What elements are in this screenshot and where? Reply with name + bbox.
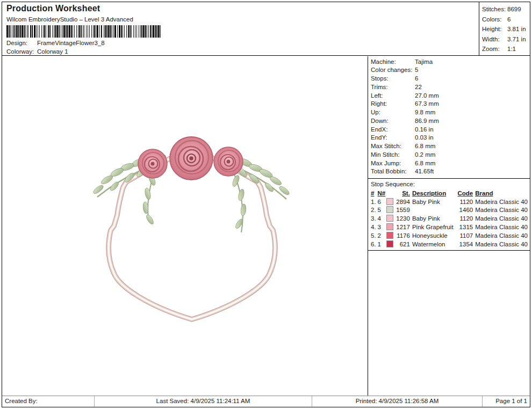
machine-parameter-row: Total Bobbin:41.65ft bbox=[371, 167, 527, 176]
machine-parameter-row: Min Stitch:0.2 mm bbox=[371, 151, 527, 159]
seq-stitches: 1217 bbox=[394, 223, 412, 231]
seq-stitches: 1559 bbox=[394, 206, 412, 215]
machine-parameter-row-label: Up: bbox=[371, 108, 415, 117]
seq-code: 1315 bbox=[457, 223, 475, 231]
stop-sequence-section: Stop Sequence: # N# St. Description Code… bbox=[368, 178, 530, 251]
col-header-num: # bbox=[371, 189, 378, 198]
seq-num: 2. bbox=[371, 206, 378, 215]
summary-stat-row-value: 1:1 bbox=[507, 44, 516, 54]
rose-left bbox=[138, 149, 167, 178]
machine-parameter-row-label: Machine: bbox=[371, 58, 415, 67]
seq-code: 1120 bbox=[457, 198, 475, 206]
seq-description: Watermelon bbox=[412, 240, 457, 249]
col-header-n: N# bbox=[378, 189, 386, 198]
production-worksheet-window: Production Worksheet Wilcom EmbroiderySt… bbox=[0, 0, 532, 409]
colorway-row: Colorway: Colorway 1 bbox=[6, 48, 475, 55]
seq-swatch-cell bbox=[386, 214, 394, 223]
col-header-swatch bbox=[386, 189, 394, 198]
machine-parameter-row-value: 0.03 in bbox=[415, 134, 434, 142]
stop-sequence-title: Stop Sequence: bbox=[371, 180, 528, 188]
seq-swatch-cell bbox=[386, 231, 394, 240]
machine-parameter-row-value: 67.3 mm bbox=[415, 100, 439, 108]
seq-code: 1107 bbox=[457, 231, 475, 240]
rose-right bbox=[214, 147, 243, 176]
machine-parameter-row-value: 6 bbox=[415, 75, 418, 83]
machine-parameter-row-value: 22 bbox=[415, 83, 422, 92]
machine-parameter-row-value: 27.0 mm bbox=[415, 92, 439, 100]
colorway-label: Colorway: bbox=[6, 48, 37, 55]
design-preview bbox=[2, 56, 368, 396]
machine-parameter-row-label: Right: bbox=[371, 100, 415, 108]
seq-needle: 4 bbox=[378, 214, 386, 223]
seq-swatch-cell bbox=[386, 198, 394, 206]
worksheet-page: Production Worksheet Wilcom EmbroiderySt… bbox=[2, 2, 530, 407]
stop-sequence-header-row: # N# St. Description Code Brand bbox=[371, 189, 528, 198]
thread-color-swatch bbox=[386, 215, 393, 222]
printed-text: Printed: 4/9/2025 11:26:58 AM bbox=[312, 396, 483, 407]
stop-sequence-table: # N# St. Description Code Brand 1.62894B… bbox=[371, 189, 528, 249]
machine-parameter-row: Max Jump:6.8 mm bbox=[371, 159, 527, 168]
seq-description: Pink Grapefruit bbox=[412, 223, 457, 231]
seq-brand: Madeira Classic 40 bbox=[475, 214, 528, 223]
stop-sequence-row: 6.1621Watermelon1354Madeira Classic 40 bbox=[371, 240, 528, 249]
machine-parameter-row: Max Stitch:6.8 mm bbox=[371, 142, 527, 151]
seq-description: Honeysuckle bbox=[412, 231, 457, 240]
machine-parameter-row: Left:27.0 mm bbox=[371, 92, 527, 100]
seq-stitches: 621 bbox=[394, 240, 412, 249]
summary-stat-row-label: Stitches: bbox=[482, 4, 507, 14]
seq-swatch-cell bbox=[386, 240, 394, 249]
col-header-brand: Brand bbox=[475, 189, 528, 198]
summary-stat-row-value: 8699 bbox=[507, 4, 521, 14]
machine-parameter-row-label: Down: bbox=[371, 117, 415, 126]
seq-num: 4. bbox=[371, 223, 378, 231]
machine-parameter-row-value: 5 bbox=[415, 66, 418, 75]
seq-needle: 3 bbox=[378, 223, 386, 231]
machine-parameter-row: Down:86.9 mm bbox=[371, 117, 527, 126]
machine-parameter-row-value: 0.2 mm bbox=[415, 151, 435, 159]
seq-swatch-cell bbox=[386, 206, 394, 215]
machine-parameter-row-label: Left: bbox=[371, 92, 415, 100]
thread-color-swatch bbox=[386, 198, 393, 205]
machine-parameter-row-label: Color changes: bbox=[371, 66, 415, 75]
machine-parameter-row-label: Trims: bbox=[371, 83, 415, 92]
machine-parameter-row-label: EndY: bbox=[371, 134, 415, 142]
machine-parameter-list: Machine:TajimaColor changes:5Stops:6Trim… bbox=[368, 56, 530, 179]
seq-code: 1460 bbox=[457, 206, 475, 215]
stop-sequence-row: 2.515591460Madeira Classic 40 bbox=[371, 206, 528, 215]
machine-parameter-row-value: 41.65ft bbox=[415, 167, 434, 176]
machine-parameter-row-value: 6.8 mm bbox=[415, 142, 435, 151]
page-title: Production Worksheet bbox=[6, 4, 475, 13]
seq-stitches: 2894 bbox=[394, 198, 412, 206]
seq-brand: Madeira Classic 40 bbox=[475, 240, 528, 249]
seq-needle: 2 bbox=[378, 231, 386, 240]
seq-brand: Madeira Classic 40 bbox=[475, 206, 528, 215]
col-header-description: Description bbox=[412, 189, 457, 198]
thread-color-swatch bbox=[386, 206, 393, 213]
machine-parameter-row-label: EndX: bbox=[371, 126, 415, 134]
seq-code: 1354 bbox=[457, 240, 475, 249]
machine-parameter-row: Machine:Tajima bbox=[371, 58, 527, 67]
summary-stat-row-label: Width: bbox=[482, 34, 507, 45]
stop-sequence-row: 3.41230Baby Pink1120Madeira Classic 40 bbox=[371, 214, 528, 223]
summary-stats-box: Stitches:8699Colors:6Height:3.81 inWidth… bbox=[479, 2, 530, 55]
machine-parameter-row: Color changes:5 bbox=[371, 66, 527, 75]
thread-color-swatch bbox=[386, 223, 393, 230]
machine-parameter-row-value: Tajima bbox=[415, 58, 433, 67]
machine-parameter-row-value: 6.8 mm bbox=[415, 159, 435, 168]
header: Production Worksheet Wilcom EmbroiderySt… bbox=[2, 2, 530, 56]
machine-info-panel: Machine:TajimaColor changes:5Stops:6Trim… bbox=[368, 56, 530, 396]
barcode-bar bbox=[160, 25, 161, 38]
stop-sequence-row: 5.21176Honeysuckle1107Madeira Classic 40 bbox=[371, 231, 528, 240]
summary-stat-row: Colors:6 bbox=[482, 14, 530, 25]
design-label: Design: bbox=[6, 40, 37, 46]
summary-stat-row-value: 3.81 in bbox=[507, 24, 526, 34]
summary-stat-row: Width:3.71 in bbox=[482, 34, 530, 45]
page-number: Page 1 of 1 bbox=[483, 396, 530, 407]
design-barcode bbox=[6, 25, 161, 38]
software-subtitle: Wilcom EmbroideryStudio – Level 3 Advanc… bbox=[6, 16, 475, 23]
main-area: Machine:TajimaColor changes:5Stops:6Trim… bbox=[2, 56, 530, 396]
design-value: FrameVintageFlower3_8 bbox=[37, 40, 105, 46]
seq-description: Baby Pink bbox=[412, 198, 457, 206]
seq-num: 6. bbox=[371, 240, 378, 249]
thread-color-swatch bbox=[386, 232, 393, 239]
